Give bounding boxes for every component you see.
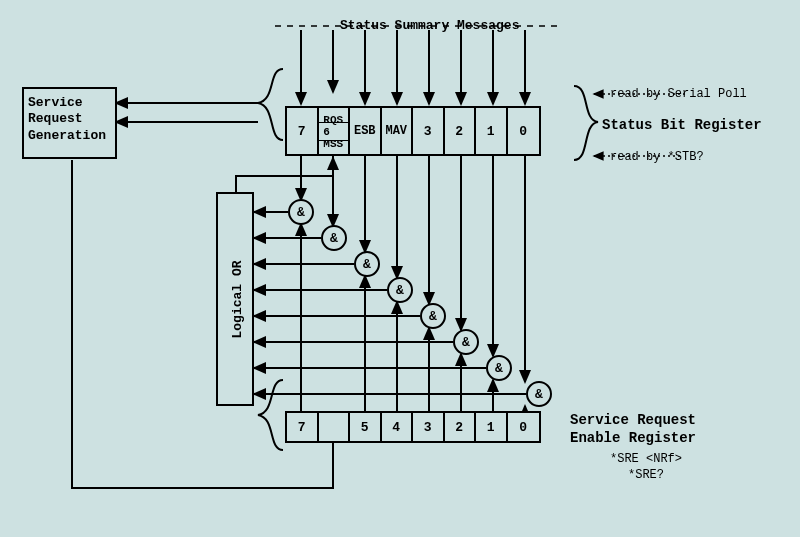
sbr-cell6-div1 <box>319 122 349 123</box>
and-gate-5: & <box>354 251 380 277</box>
sbr-bit6-rqs-mss: RQS 6 MSS <box>319 108 351 154</box>
enable-register-label: Service Request Enable Register <box>570 412 696 447</box>
sbr-bit2: 2 <box>445 108 477 154</box>
sre-bit3: 3 <box>413 413 445 441</box>
sbr-bit0: 0 <box>508 108 539 154</box>
title-status-summary: Status Summary Messages <box>340 18 519 33</box>
and-gate-4: & <box>387 277 413 303</box>
srg-label: Service Request Generation <box>28 95 106 143</box>
sbr-bit4-mav: MAV <box>382 108 414 154</box>
sre-bit7: 7 <box>287 413 319 441</box>
sbr-bit5-esb: ESB <box>350 108 382 154</box>
status-bit-register: 7 RQS 6 MSS ESB MAV 3 2 1 0 <box>285 106 541 156</box>
enable-register: 7 5 4 3 2 1 0 <box>285 411 541 443</box>
and-gate-2: & <box>453 329 479 355</box>
sbr-bit1: 1 <box>476 108 508 154</box>
enable-register-cmds: *SRE <NRf> *SRE? <box>610 452 682 483</box>
sbr-bit3: 3 <box>413 108 445 154</box>
logical-or-box: Logical OR <box>216 192 254 406</box>
sre-bit1: 1 <box>476 413 508 441</box>
sre-bit5: 5 <box>350 413 382 441</box>
service-request-generation-box: Service Request Generation <box>22 87 117 159</box>
and-gate-1: & <box>486 355 512 381</box>
diagram-stage: Status Summary Messages Service Request … <box>0 0 800 537</box>
read-by-stb-label: read by *STB? <box>610 150 704 164</box>
and-gate-6: & <box>321 225 347 251</box>
sre-bit4: 4 <box>382 413 414 441</box>
and-gate-7: & <box>288 199 314 225</box>
and-gate-0: & <box>526 381 552 407</box>
sre-bit2: 2 <box>445 413 477 441</box>
logical-or-label: Logical OR <box>230 253 245 347</box>
sbr-cell6-div2 <box>319 140 349 141</box>
and-gate-3: & <box>420 303 446 329</box>
sre-bit6-x <box>319 413 351 441</box>
sbr-bit7: 7 <box>287 108 319 154</box>
read-by-serial-poll-label: read by Serial Poll <box>610 87 747 101</box>
status-bit-register-label: Status Bit Register <box>602 117 762 133</box>
sre-bit0: 0 <box>508 413 539 441</box>
